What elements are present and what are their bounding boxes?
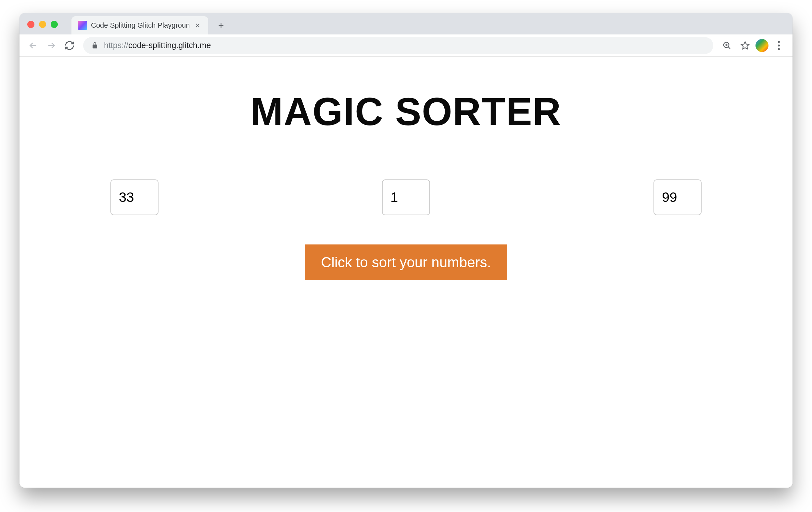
page-content: MAGIC SORTER Click to sort your numbers. [20, 57, 792, 488]
reload-button[interactable] [62, 38, 77, 53]
back-button[interactable] [25, 38, 41, 53]
toolbar-right [719, 38, 787, 53]
window-controls [27, 21, 58, 28]
sort-button[interactable]: Click to sort your numbers. [304, 244, 507, 280]
kebab-menu-icon [778, 41, 780, 50]
profile-avatar[interactable] [755, 39, 768, 52]
reload-icon [64, 40, 75, 51]
arrow-left-icon [28, 40, 38, 51]
zoom-icon [722, 41, 732, 50]
url-host: code-splitting.glitch.me [128, 41, 211, 50]
star-icon [740, 41, 750, 50]
address-bar[interactable]: https://code-splitting.glitch.me [83, 37, 713, 54]
browser-window: Code Splitting Glitch Playgroun × + [20, 13, 792, 488]
inputs-row [110, 180, 702, 215]
new-tab-button[interactable]: + [213, 18, 229, 33]
number-input-1[interactable] [110, 180, 158, 215]
page-title: MAGIC SORTER [251, 89, 561, 134]
tab-strip: Code Splitting Glitch Playgroun × + [71, 13, 229, 34]
menu-button[interactable] [771, 38, 787, 53]
number-input-3[interactable] [654, 180, 702, 215]
forward-button[interactable] [44, 38, 59, 53]
browser-toolbar: https://code-splitting.glitch.me [20, 34, 792, 57]
tab-title: Code Splitting Glitch Playgroun [91, 21, 190, 30]
bookmark-button[interactable] [737, 38, 753, 53]
arrow-right-icon [46, 40, 57, 51]
lock-icon [91, 42, 99, 49]
zoom-button[interactable] [719, 38, 735, 53]
tab-bar: Code Splitting Glitch Playgroun × + [20, 13, 792, 34]
url-protocol: https:// [104, 41, 128, 50]
tab-favicon [78, 21, 87, 30]
close-window-button[interactable] [27, 21, 34, 28]
maximize-window-button[interactable] [51, 21, 58, 28]
url-text: https://code-splitting.glitch.me [104, 41, 705, 50]
number-input-2[interactable] [382, 180, 430, 215]
minimize-window-button[interactable] [39, 21, 46, 28]
browser-tab[interactable]: Code Splitting Glitch Playgroun × [71, 16, 208, 34]
close-tab-button[interactable]: × [194, 22, 202, 29]
